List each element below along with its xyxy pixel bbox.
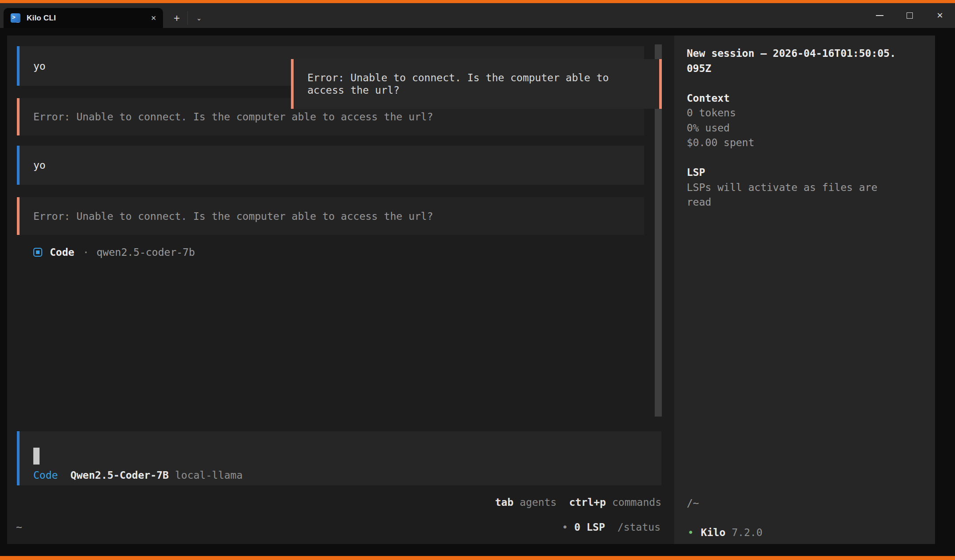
new-tab-button[interactable]: + <box>167 8 187 28</box>
sidebar-content: New session – 2026-04-16T01:50:05.095Z C… <box>687 46 898 210</box>
lsp-status: • 0 LSP /status <box>562 521 661 533</box>
context-tokens: 0 tokens <box>687 106 898 121</box>
composer-agent: Code <box>33 469 58 481</box>
composer-model: Qwen2.5-Coder-7B <box>70 469 169 481</box>
session-title: New session – 2026-04-16T01:50:05.095Z <box>687 46 898 76</box>
error-message: Error: Unable to connect. Is the compute… <box>17 197 644 235</box>
close-icon: ✕ <box>936 11 943 20</box>
window-bottom-accent-border <box>0 556 955 560</box>
lsp-note: LSPs will activate as files are read <box>687 180 898 210</box>
text-cursor <box>33 448 40 465</box>
hint-label-commands: commands <box>612 496 661 508</box>
agent-status-line: Code · qwen2.5-coder-7b <box>33 245 195 259</box>
maximize-button[interactable] <box>895 3 925 28</box>
window-controls: ✕ <box>864 3 955 28</box>
hint-label-agents: agents <box>520 496 557 508</box>
status-command-hint: /status <box>617 521 661 533</box>
hint-key-ctrlp: ctrl+p <box>569 496 606 508</box>
separator-dot: · <box>83 246 89 258</box>
tab-close-icon[interactable]: ✕ <box>151 14 156 22</box>
lsp-bullet-icon: • <box>562 521 568 533</box>
composer-provider: local-llama <box>175 469 243 481</box>
window-top-accent-border <box>0 0 955 3</box>
lsp-count: 0 LSP <box>574 521 605 533</box>
composer-model-row: Code Qwen2.5-Coder-7B local-llama <box>33 469 243 481</box>
error-toast: Error: Unable to connect. Is the compute… <box>291 59 662 109</box>
lsp-heading: LSP <box>687 165 898 180</box>
sidebar-footer: • Kilo 7.2.0 <box>688 527 763 538</box>
tab-dropdown-button[interactable]: ⌄ <box>190 8 208 28</box>
titlebar: > _ Kilo CLI ✕ + ⌄ ✕ <box>0 3 955 28</box>
message-input[interactable]: Code Qwen2.5-Coder-7B local-llama <box>17 431 661 485</box>
sidebar-cwd: /~ <box>687 497 699 509</box>
minimize-button[interactable] <box>864 3 895 28</box>
close-button[interactable]: ✕ <box>925 3 955 28</box>
app-name: Kilo <box>701 527 725 538</box>
terminal-tab[interactable]: > _ Kilo CLI ✕ <box>4 8 163 28</box>
keyboard-hints: tab agents ctrl+p commands <box>495 496 661 508</box>
user-message: yo <box>17 146 644 185</box>
hint-key-tab: tab <box>495 496 513 508</box>
app-version: 7.2.0 <box>732 527 762 538</box>
agent-name: Code <box>50 246 74 258</box>
version-bullet-icon: • <box>688 527 694 538</box>
tab-separator <box>187 11 188 25</box>
context-spent: $0.00 spent <box>687 135 898 151</box>
model-name: qwen2.5-coder-7b <box>96 246 195 258</box>
tab-title: Kilo CLI <box>27 14 56 23</box>
powershell-icon: > _ <box>11 13 20 23</box>
context-heading: Context <box>687 91 898 106</box>
context-used: 0% used <box>687 121 898 136</box>
cwd-path: ~ <box>16 521 22 533</box>
agent-mode-icon <box>33 248 42 257</box>
maximize-icon <box>907 12 913 19</box>
minimize-icon <box>876 15 883 16</box>
